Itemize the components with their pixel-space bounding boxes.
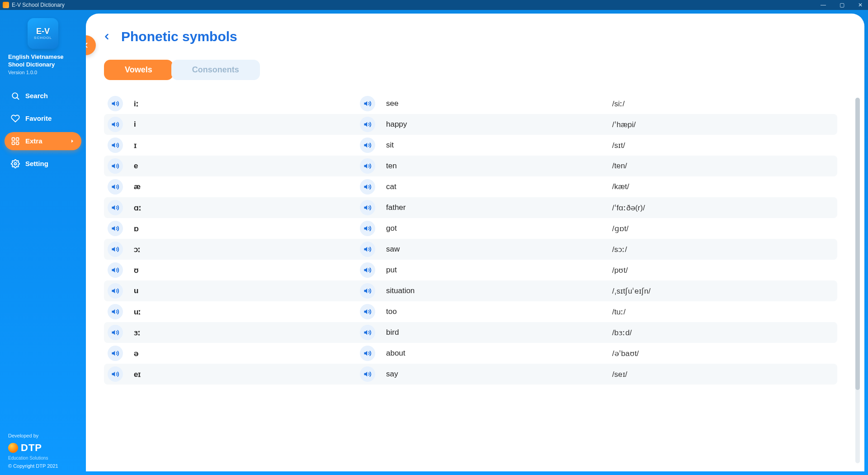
main-content: Phonetic symbols Vowels Consonents iːsee… [86,10,868,475]
phonetic-rows[interactable]: iːsee/siː/ihappy/ˈhæpi/ɪsit/sɪt/eten/ten… [104,93,846,471]
play-symbol-audio-button[interactable] [108,179,123,195]
svg-marker-20 [364,226,368,231]
example-word: happy [386,120,608,129]
phonetic-row: ʊput/pʊt/ [104,260,837,280]
phonetic-row: ɑːfather/ˈfɑːðə(r)/ [104,197,837,218]
phonetic-symbol: uː [134,307,355,317]
pronunciation: /kæt/ [612,182,834,191]
example-word: say [386,370,608,379]
play-word-audio-button[interactable] [360,325,375,340]
play-word-audio-button[interactable] [360,346,375,361]
play-word-audio-button[interactable] [360,242,375,257]
svg-marker-7 [112,101,115,106]
phonetic-symbol: u [134,286,355,295]
play-word-audio-button[interactable] [360,200,375,215]
pronunciation: /sɔː/ [612,245,834,254]
window-minimize-button[interactable]: — [818,2,829,8]
play-word-audio-button[interactable] [360,304,375,319]
app-mini-logo-icon [3,2,9,8]
copyright-text: © Copyright DTP 2021 [8,463,81,469]
play-symbol-audio-button[interactable] [108,96,123,111]
play-word-audio-button[interactable] [360,138,375,153]
play-word-audio-button[interactable] [360,117,375,132]
svg-marker-9 [112,122,115,127]
svg-point-6 [14,162,17,165]
pronunciation: /tuː/ [612,307,834,317]
play-symbol-audio-button[interactable] [108,346,123,361]
play-symbol-audio-button[interactable] [108,138,123,153]
pronunciation: /əˈbaʊt/ [612,349,834,358]
play-word-audio-button[interactable] [360,221,375,236]
play-symbol-audio-button[interactable] [108,117,123,132]
phonetic-row: əabout/əˈbaʊt/ [104,343,837,364]
svg-marker-10 [364,122,368,127]
sidebar-item-setting[interactable]: Setting [5,155,81,173]
pronunciation: /pʊt/ [612,266,834,275]
play-symbol-audio-button[interactable] [108,200,123,215]
brand-block: E-V SCHOOL English Vietnamese Shool Dict… [5,18,81,75]
pronunciation: /seɪ/ [612,370,834,379]
example-word: put [386,266,608,275]
play-symbol-audio-button[interactable] [108,221,123,236]
tabs: Vowels Consonents [104,60,864,80]
play-word-audio-button[interactable] [360,158,375,174]
example-word: got [386,224,608,233]
play-word-audio-button[interactable] [360,262,375,278]
tab-vowels[interactable]: Vowels [104,60,173,80]
example-word: ten [386,162,608,171]
svg-marker-22 [364,247,368,252]
sidebar-item-search[interactable]: Search [5,87,81,105]
play-symbol-audio-button[interactable] [108,283,123,299]
example-word: too [386,307,608,316]
phonetic-symbol: ɪ [134,141,355,150]
example-word: saw [386,245,608,254]
phonetic-row: ɔːsaw/sɔː/ [104,239,837,260]
svg-marker-11 [112,143,115,148]
play-symbol-audio-button[interactable] [108,304,123,319]
example-word: cat [386,182,608,191]
window-close-button[interactable]: ✕ [855,2,865,8]
pronunciation: /sɪt/ [612,141,834,150]
play-symbol-audio-button[interactable] [108,366,123,382]
play-word-audio-button[interactable] [360,179,375,195]
svg-marker-21 [112,247,115,252]
play-word-audio-button[interactable] [360,96,375,111]
sidebar-nav: Search Favorite Extra [5,87,81,173]
svg-marker-24 [364,268,368,273]
pronunciation: /ten/ [612,162,834,171]
phonetic-symbol: æ [134,182,355,191]
play-symbol-audio-button[interactable] [108,262,123,278]
svg-marker-32 [364,351,368,356]
scrollbar-track[interactable] [855,98,860,463]
sidebar-footer: Developed by DTP Education Solutions © C… [5,433,81,469]
example-word: see [386,99,608,108]
tab-consonents[interactable]: Consonents [171,60,260,80]
page-title: Phonetic symbols [121,29,237,44]
scrollbar-thumb[interactable] [855,98,860,390]
brand-logo-text: E-V [36,27,50,36]
window-title: E-V School Dictionary [12,2,65,8]
sidebar-item-favorite[interactable]: Favorite [5,109,81,128]
back-button[interactable] [102,32,111,41]
play-symbol-audio-button[interactable] [108,325,123,340]
phonetic-row: ihappy/ˈhæpi/ [104,114,837,135]
phonetic-row: ɪsit/sɪt/ [104,135,837,156]
dtp-tagline: Education Solutions [8,456,81,461]
play-word-audio-button[interactable] [360,366,375,382]
dtp-brand-text: DTP [21,442,42,454]
phonetic-symbol: iː [134,99,355,109]
phonetic-symbol: ɑː [134,203,355,213]
svg-marker-23 [112,268,115,273]
svg-marker-13 [112,164,115,169]
window-maximize-button[interactable]: ▢ [837,2,847,8]
phonetic-row: usituation/ˌsɪtʃuˈeɪʃn/ [104,280,837,301]
tab-label: Vowels [125,65,152,74]
svg-marker-17 [112,205,115,210]
play-symbol-audio-button[interactable] [108,158,123,174]
play-symbol-audio-button[interactable] [108,242,123,257]
sidebar-item-extra[interactable]: Extra [5,132,81,150]
svg-marker-28 [364,309,368,314]
example-word: father [386,203,608,212]
phonetic-symbol: ɒ [134,224,355,233]
play-word-audio-button[interactable] [360,283,375,299]
